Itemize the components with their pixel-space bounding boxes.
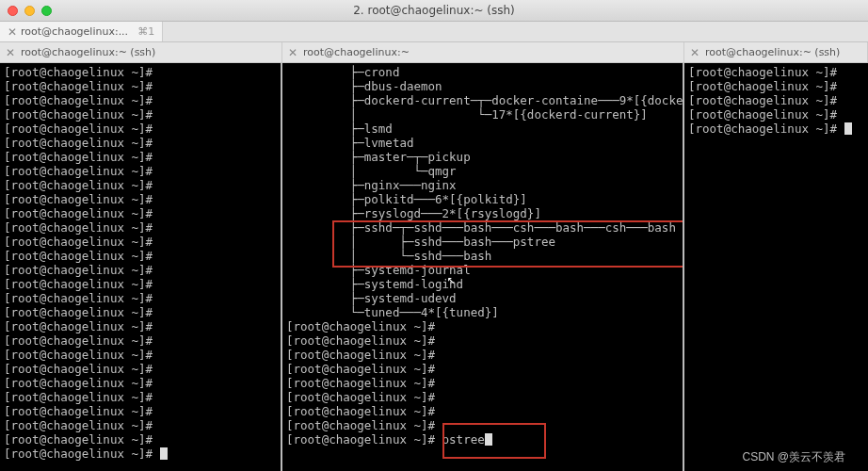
terminal-output: [root@chaogelinux ~]# [root@chaogelinux … <box>4 65 277 461</box>
close-pane-icon[interactable]: ✕ <box>288 46 297 59</box>
pane-header-label: root@chaogelinux:~ <box>303 46 410 58</box>
traffic-lights <box>8 6 52 16</box>
window-title: 2. root@chaogelinux:~ (ssh) <box>0 4 868 17</box>
minimize-window-icon[interactable] <box>24 6 35 16</box>
zoom-window-icon[interactable] <box>41 6 52 16</box>
close-tab-icon[interactable]: ✕ <box>8 25 17 39</box>
terminal-pane-3[interactable]: [root@chaogelinux ~]# [root@chaogelinux … <box>684 63 868 471</box>
pane-header-1[interactable]: ✕ root@chaogelinux:~ (ssh) <box>0 42 282 62</box>
pane-header-row: ✕ root@chaogelinux:~ (ssh) ✕ root@chaoge… <box>0 42 868 63</box>
terminal-output: [root@chaogelinux ~]# [root@chaogelinux … <box>688 65 864 136</box>
watermark: CSDN @羡云不羡君 <box>742 449 845 465</box>
terminal-panes: [root@chaogelinux ~]# [root@chaogelinux … <box>0 63 868 471</box>
terminal-prompts: [root@chaogelinux ~]# [root@chaogelinux … <box>286 319 679 432</box>
close-pane-icon[interactable]: ✕ <box>6 46 15 59</box>
session-tab-strip: ✕ root@chaogelinux:... ⌘1 <box>0 22 868 42</box>
close-pane-icon[interactable]: ✕ <box>690 46 699 59</box>
pane-header-label: root@chaogelinux:~ (ssh) <box>705 46 840 58</box>
terminal-pane-2[interactable]: ├─crond ├─dbus-daemon ├─dockerd-current─… <box>282 63 684 471</box>
pane-header-2[interactable]: ✕ root@chaogelinux:~ <box>282 42 684 62</box>
session-tab-1[interactable]: ✕ root@chaogelinux:... ⌘1 <box>0 22 163 41</box>
pstree-output: ├─crond ├─dbus-daemon ├─dockerd-current─… <box>286 65 679 319</box>
pane-header-3[interactable]: ✕ root@chaogelinux:~ (ssh) <box>684 42 868 62</box>
terminal-current-line: [root@chaogelinux ~]# pstree <box>286 432 679 447</box>
close-window-icon[interactable] <box>8 6 18 16</box>
tab-label: root@chaogelinux:... <box>21 25 128 38</box>
window-title-bar: 2. root@chaogelinux:~ (ssh) <box>0 0 868 22</box>
tab-shortcut: ⌘1 <box>137 25 154 38</box>
pane-header-label: root@chaogelinux:~ (ssh) <box>21 46 155 58</box>
terminal-pane-1[interactable]: [root@chaogelinux ~]# [root@chaogelinux … <box>0 63 282 471</box>
